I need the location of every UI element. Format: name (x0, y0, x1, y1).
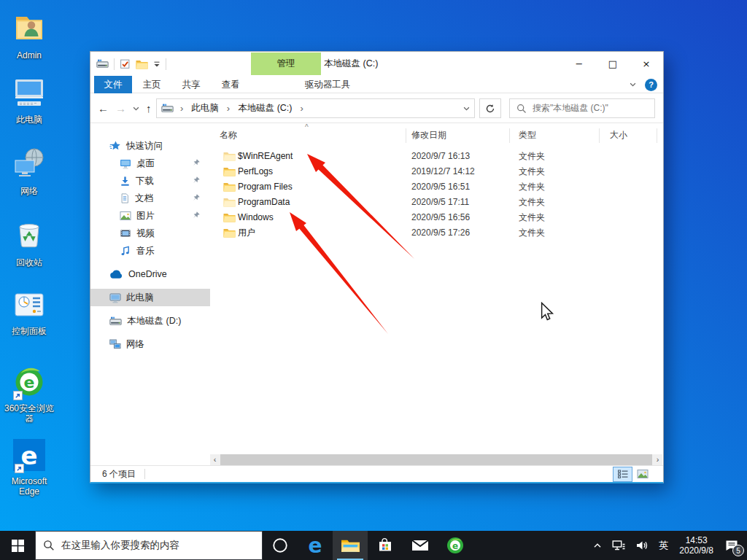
scroll-right-arrow-icon[interactable]: › (653, 454, 662, 465)
file-name[interactable]: 用户 (238, 225, 255, 241)
column-divider[interactable] (657, 128, 657, 143)
taskbar-search-box[interactable]: 在这里输入你要搜索的内容 (35, 531, 263, 560)
help-icon[interactable]: ? (645, 79, 657, 91)
sidebar-item-quick-access[interactable]: 快速访问 (90, 137, 210, 155)
taskbar-button-cortana[interactable] (263, 531, 298, 560)
sidebar-item-label: 快速访问 (126, 140, 163, 152)
file-row[interactable]: Windows2020/9/5 16:56文件夹 (210, 210, 663, 225)
sidebar-item-downloads[interactable]: 下载 (90, 172, 210, 190)
sidebar-item-label: 本地磁盘 (D:) (127, 315, 181, 327)
column-header-name[interactable]: 名称 (220, 127, 237, 144)
horizontal-scrollbar[interactable]: ‹ › (210, 454, 662, 465)
clock[interactable]: 14:53 2020/9/8 (673, 535, 719, 556)
volume-tray-icon[interactable] (630, 531, 654, 560)
file-row[interactable]: Program Files2020/9/5 16:51文件夹 (210, 179, 663, 195)
ribbon-tabs: 文件主页共享查看驱动器工具 (90, 76, 363, 93)
file-name[interactable]: $WinREAgent (238, 149, 293, 164)
file-date: 2020/9/7 16:13 (411, 149, 470, 164)
file-row[interactable]: ProgramData2020/9/5 17:11文件夹 (210, 195, 663, 210)
sidebar-item-local-disk-d[interactable]: 本地磁盘 (D:) (90, 312, 210, 330)
desktop-icon-this-pc[interactable]: 此电脑 (3, 74, 55, 125)
sidebar-item-videos[interactable]: 视频 (90, 225, 210, 242)
sidebar-item-desktop[interactable]: 桌面 (90, 155, 210, 172)
desktop-icon-microsoft-edge[interactable]: eMicrosoft Edge (3, 439, 55, 497)
drive-icon (161, 104, 174, 113)
desktop-icon (120, 158, 131, 169)
scrollbar-thumb[interactable] (220, 454, 652, 465)
file-list-pane[interactable]: ^ 名称 修改日期 类型 大小 $WinREAgent2020/9/7 16:1… (210, 123, 663, 465)
dropdown-caret-icon[interactable] (153, 61, 160, 68)
close-button[interactable]: × (630, 52, 663, 76)
details-view-icon (617, 469, 629, 479)
desktop-icon-recycle-bin[interactable]: 回收站 (3, 217, 55, 268)
file-row[interactable]: PerfLogs2019/12/7 14:12文件夹 (210, 164, 663, 179)
file-name[interactable]: PerfLogs (238, 164, 273, 179)
taskbar-button-360-browser[interactable]: e (438, 531, 473, 560)
up-button[interactable]: ↑ (146, 102, 152, 114)
tab-home[interactable]: 主页 (132, 76, 171, 93)
tab-share[interactable]: 共享 (171, 76, 211, 93)
desktop-icon-network[interactable]: 网络 (3, 146, 55, 196)
thumbnail-view-button[interactable] (633, 467, 651, 481)
title-bar[interactable]: 管理 本地磁盘 (C:) − □ × (90, 52, 663, 76)
scroll-left-arrow-icon[interactable]: ‹ (210, 454, 220, 465)
desktop: Admin此电脑网络回收站控制面板e360安全浏览器eMicrosoft Edg… (0, 0, 747, 560)
sidebar-item-this-pc[interactable]: 此电脑 (90, 289, 210, 306)
desktop-icon-label: 网络 (3, 186, 55, 196)
forward-button[interactable]: → (115, 102, 126, 114)
properties-check-icon[interactable] (120, 58, 131, 69)
thumbnail-view-icon (637, 469, 649, 479)
column-divider[interactable] (406, 128, 406, 143)
folder-icon (223, 166, 236, 176)
network-tray-icon[interactable] (607, 531, 630, 560)
refresh-button[interactable] (479, 98, 501, 118)
column-divider[interactable] (509, 128, 510, 143)
desktop-icon-360-browser[interactable]: e360安全浏览器 (3, 363, 55, 424)
new-folder-icon[interactable] (136, 59, 148, 69)
column-header-size[interactable]: 大小 (610, 127, 627, 144)
taskbar-button-mail[interactable] (403, 531, 438, 560)
file-row[interactable]: 用户2020/9/5 17:26文件夹 (210, 225, 663, 241)
drive-icon (109, 316, 122, 326)
desktop-icon-admin[interactable]: Admin (3, 10, 55, 61)
file-row[interactable]: $WinREAgent2020/9/7 16:13文件夹 (210, 149, 663, 164)
breadcrumb-local-disk-c[interactable]: 本地磁盘 (C:) (236, 102, 293, 114)
tab-drive-tools[interactable]: 驱动器工具 (293, 76, 363, 93)
input-language-indicator[interactable]: 英 (654, 531, 673, 560)
address-bar[interactable]: › 此电脑 › 本地磁盘 (C:) › (156, 98, 475, 118)
desktop-icon-control-panel[interactable]: 控制面板 (3, 292, 55, 336)
column-header-type[interactable]: 类型 (519, 127, 536, 144)
sidebar-item-documents[interactable]: 文档 (90, 190, 210, 207)
minimize-button[interactable]: − (562, 52, 596, 76)
tab-view[interactable]: 查看 (211, 76, 250, 93)
address-dropdown-chevron-icon[interactable] (463, 106, 470, 111)
folder-icon (223, 182, 236, 192)
search-box[interactable]: 搜索"本地磁盘 (C:)" (509, 98, 655, 118)
sidebar-item-music[interactable]: 音乐 (90, 242, 210, 260)
history-chevron-icon[interactable] (133, 106, 139, 111)
details-view-button[interactable] (614, 467, 632, 481)
start-button[interactable] (0, 531, 35, 560)
360-browser-icon: e (446, 536, 465, 555)
file-name[interactable]: Program Files (238, 179, 293, 195)
back-button[interactable]: ← (98, 102, 109, 114)
tab-file[interactable]: 文件 (94, 76, 132, 93)
tray-expand-chevron-icon[interactable] (588, 531, 607, 560)
taskbar-button-file-explorer[interactable] (333, 531, 368, 560)
maximize-button[interactable]: □ (596, 52, 630, 76)
taskbar-button-store[interactable] (368, 531, 403, 560)
sidebar-item-network[interactable]: 网络 (90, 335, 210, 353)
column-divider[interactable] (599, 128, 600, 143)
sidebar-item-label: 文档 (135, 192, 153, 205)
file-name[interactable]: ProgramData (238, 195, 290, 210)
action-center-button[interactable]: 5 (719, 531, 747, 560)
desktop-icon-label: Microsoft Edge (3, 476, 55, 497)
file-date: 2020/9/5 17:11 (411, 195, 469, 210)
sidebar-item-onedrive[interactable]: OneDrive (90, 265, 210, 283)
breadcrumb-this-pc[interactable]: 此电脑 (190, 102, 220, 114)
file-name[interactable]: Windows (238, 210, 274, 225)
sidebar-item-pictures[interactable]: 图片 (90, 207, 210, 225)
ribbon-collapse-chevron-icon[interactable] (630, 82, 636, 87)
taskbar-button-edge[interactable]: e (298, 531, 333, 560)
column-header-date[interactable]: 修改日期 (411, 127, 446, 144)
